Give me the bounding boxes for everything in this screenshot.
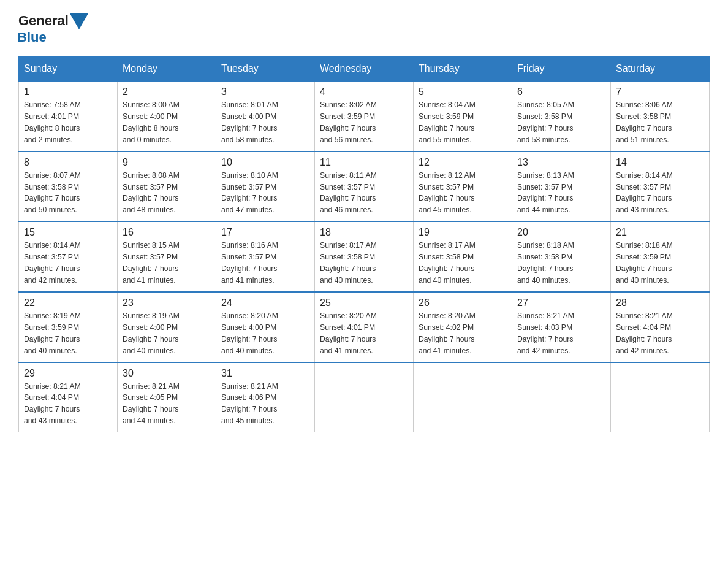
day-info: Sunrise: 8:01 AMSunset: 4:00 PMDaylight:… [221,99,309,146]
week-row-5: 29Sunrise: 8:21 AMSunset: 4:04 PMDayligh… [19,362,710,432]
day-info: Sunrise: 8:21 AMSunset: 4:03 PMDaylight:… [517,310,605,357]
day-info: Sunrise: 8:16 AMSunset: 3:57 PMDaylight:… [221,240,309,286]
day-info: Sunrise: 8:17 AMSunset: 3:58 PMDaylight:… [419,240,507,286]
day-info: Sunrise: 8:18 AMSunset: 3:58 PMDaylight:… [517,240,605,286]
day-number: 7 [616,86,704,98]
week-row-1: 1Sunrise: 7:58 AMSunset: 4:01 PMDaylight… [19,81,710,151]
calendar-cell: 31Sunrise: 8:21 AMSunset: 4:06 PMDayligh… [216,362,315,432]
header-monday: Monday [118,57,216,82]
day-info: Sunrise: 8:12 AMSunset: 3:57 PMDaylight:… [419,170,507,216]
day-info: Sunrise: 8:20 AMSunset: 4:02 PMDaylight:… [419,310,507,357]
logo-general-text: General [18,13,69,29]
calendar-cell: 28Sunrise: 8:21 AMSunset: 4:04 PMDayligh… [611,292,710,362]
calendar-cell: 27Sunrise: 8:21 AMSunset: 4:03 PMDayligh… [512,292,611,362]
calendar-cell: 26Sunrise: 8:20 AMSunset: 4:02 PMDayligh… [414,292,512,362]
day-info: Sunrise: 8:21 AMSunset: 4:04 PMDaylight:… [616,310,704,357]
calendar-cell: 2Sunrise: 8:00 AMSunset: 4:00 PMDaylight… [118,81,216,151]
calendar-cell: 17Sunrise: 8:16 AMSunset: 3:57 PMDayligh… [216,221,315,292]
calendar-cell: 21Sunrise: 8:18 AMSunset: 3:59 PMDayligh… [611,221,710,292]
logo: General Blue [18,12,88,45]
header-sunday: Sunday [19,57,118,82]
day-number: 16 [123,227,211,238]
week-row-3: 15Sunrise: 8:14 AMSunset: 3:57 PMDayligh… [19,221,710,292]
calendar-cell [512,362,611,432]
day-number: 4 [320,86,408,98]
calendar-cell: 20Sunrise: 8:18 AMSunset: 3:58 PMDayligh… [512,221,611,292]
calendar-cell: 8Sunrise: 8:07 AMSunset: 3:58 PMDaylight… [19,151,118,222]
day-info: Sunrise: 8:18 AMSunset: 3:59 PMDaylight:… [616,240,704,286]
day-number: 28 [616,297,704,308]
calendar-cell: 30Sunrise: 8:21 AMSunset: 4:05 PMDayligh… [118,362,216,432]
logo-blue-text: Blue [17,29,47,45]
day-number: 19 [419,227,507,238]
day-number: 14 [616,157,704,168]
day-number: 23 [123,297,211,308]
day-number: 8 [24,157,112,168]
day-number: 25 [320,297,408,308]
day-number: 3 [221,86,309,98]
calendar-cell [315,362,414,432]
logo-triangle-icon [70,13,88,29]
calendar-cell: 1Sunrise: 7:58 AMSunset: 4:01 PMDaylight… [19,81,118,151]
calendar-cell: 7Sunrise: 8:06 AMSunset: 3:58 PMDaylight… [611,81,710,151]
day-info: Sunrise: 8:10 AMSunset: 3:57 PMDaylight:… [221,170,309,216]
calendar-table: SundayMondayTuesdayWednesdayThursdayFrid… [18,56,710,432]
week-row-2: 8Sunrise: 8:07 AMSunset: 3:58 PMDaylight… [19,151,710,222]
day-info: Sunrise: 8:19 AMSunset: 4:00 PMDaylight:… [123,310,211,357]
day-info: Sunrise: 8:21 AMSunset: 4:06 PMDaylight:… [221,381,309,427]
calendar-cell: 14Sunrise: 8:14 AMSunset: 3:57 PMDayligh… [611,151,710,222]
day-info: Sunrise: 8:15 AMSunset: 3:57 PMDaylight:… [123,240,211,286]
calendar-cell: 22Sunrise: 8:19 AMSunset: 3:59 PMDayligh… [19,292,118,362]
header-friday: Friday [512,57,611,82]
svg-marker-0 [70,13,88,29]
calendar-cell: 13Sunrise: 8:13 AMSunset: 3:57 PMDayligh… [512,151,611,222]
calendar-cell: 11Sunrise: 8:11 AMSunset: 3:57 PMDayligh… [315,151,414,222]
calendar-cell: 23Sunrise: 8:19 AMSunset: 4:00 PMDayligh… [118,292,216,362]
day-info: Sunrise: 8:05 AMSunset: 3:58 PMDaylight:… [517,99,605,146]
calendar-cell: 9Sunrise: 8:08 AMSunset: 3:57 PMDaylight… [118,151,216,222]
day-number: 18 [320,227,408,238]
day-number: 2 [123,86,211,98]
day-number: 10 [221,157,309,168]
day-info: Sunrise: 8:08 AMSunset: 3:57 PMDaylight:… [123,170,211,216]
day-number: 26 [419,297,507,308]
day-number: 9 [123,157,211,168]
calendar-cell: 6Sunrise: 8:05 AMSunset: 3:58 PMDaylight… [512,81,611,151]
calendar-cell: 10Sunrise: 8:10 AMSunset: 3:57 PMDayligh… [216,151,315,222]
week-row-4: 22Sunrise: 8:19 AMSunset: 3:59 PMDayligh… [19,292,710,362]
calendar-cell: 3Sunrise: 8:01 AMSunset: 4:00 PMDaylight… [216,81,315,151]
day-info: Sunrise: 8:21 AMSunset: 4:05 PMDaylight:… [123,381,211,427]
day-info: Sunrise: 8:07 AMSunset: 3:58 PMDaylight:… [24,170,112,216]
day-info: Sunrise: 8:02 AMSunset: 3:59 PMDaylight:… [320,99,408,146]
day-info: Sunrise: 8:14 AMSunset: 3:57 PMDaylight:… [24,240,112,286]
day-number: 15 [24,227,112,238]
header-wednesday: Wednesday [315,57,414,82]
day-number: 11 [320,157,408,168]
header-thursday: Thursday [414,57,512,82]
day-number: 12 [419,157,507,168]
day-info: Sunrise: 8:00 AMSunset: 4:00 PMDaylight:… [123,99,211,146]
day-number: 24 [221,297,309,308]
day-number: 21 [616,227,704,238]
day-number: 20 [517,227,605,238]
day-info: Sunrise: 8:14 AMSunset: 3:57 PMDaylight:… [616,170,704,216]
day-number: 1 [24,86,112,98]
day-info: Sunrise: 8:19 AMSunset: 3:59 PMDaylight:… [24,310,112,357]
day-info: Sunrise: 8:06 AMSunset: 3:58 PMDaylight:… [616,99,704,146]
day-info: Sunrise: 8:17 AMSunset: 3:58 PMDaylight:… [320,240,408,286]
header-saturday: Saturday [611,57,710,82]
calendar-cell: 15Sunrise: 8:14 AMSunset: 3:57 PMDayligh… [19,221,118,292]
day-number: 17 [221,227,309,238]
day-info: Sunrise: 7:58 AMSunset: 4:01 PMDaylight:… [24,99,112,146]
day-number: 31 [221,368,309,379]
day-info: Sunrise: 8:11 AMSunset: 3:57 PMDaylight:… [320,170,408,216]
calendar-cell: 29Sunrise: 8:21 AMSunset: 4:04 PMDayligh… [19,362,118,432]
calendar-cell: 5Sunrise: 8:04 AMSunset: 3:59 PMDaylight… [414,81,512,151]
day-number: 30 [123,368,211,379]
header-tuesday: Tuesday [216,57,315,82]
day-number: 13 [517,157,605,168]
calendar-cell: 4Sunrise: 8:02 AMSunset: 3:59 PMDaylight… [315,81,414,151]
page-header: General Blue [18,12,710,45]
calendar-cell [611,362,710,432]
day-number: 6 [517,86,605,98]
